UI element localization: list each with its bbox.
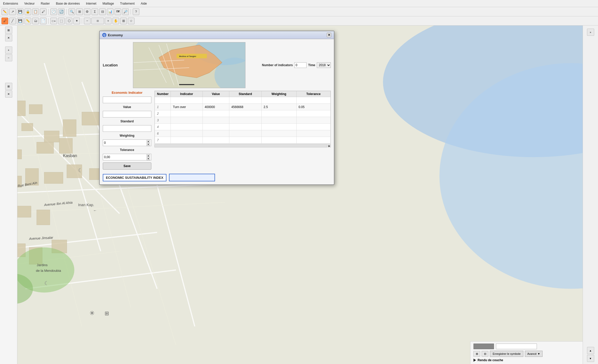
- indicator-name-input[interactable]: [103, 97, 151, 103]
- cell-tolerance: [296, 130, 330, 137]
- left-btn-1[interactable]: ⊞: [5, 27, 12, 34]
- zoom-out[interactable]: −: [84, 18, 91, 24]
- toolbar-2: 🖊 ╱ 💾 📏 🗂 📄 ◻·▸ ⬚ ⬡ ✦ − ⊟ + ✋ ⊞ ☆: [0, 16, 598, 26]
- weighting-spinner-container: 0 ▲ ▼: [103, 139, 151, 146]
- map-tool[interactable]: 🗺: [115, 8, 121, 15]
- pointer-tool[interactable]: ✏️: [2, 8, 8, 15]
- menu-vecteur[interactable]: Vecteur: [23, 1, 36, 6]
- right-btn-1[interactable]: »: [587, 29, 594, 36]
- menu-base-donnees[interactable]: Base de données: [55, 1, 81, 6]
- color-swatch[interactable]: [473, 344, 494, 349]
- col-indicator: Indicator: [171, 91, 202, 97]
- symbol-text-input[interactable]: [496, 344, 537, 349]
- sigma-tool[interactable]: Σ: [92, 8, 98, 15]
- refresh-tool[interactable]: 🔄: [58, 8, 65, 15]
- weighting-down[interactable]: ▼: [146, 143, 150, 146]
- save-tool[interactable]: 💾: [17, 8, 24, 15]
- col-standard: Standard: [229, 91, 261, 97]
- menu-traitement[interactable]: Traitement: [119, 1, 136, 6]
- menu-internet[interactable]: Internet: [85, 1, 97, 6]
- sep2: [66, 9, 67, 15]
- esi-input[interactable]: [169, 174, 215, 181]
- tolerance-up[interactable]: ▲: [146, 154, 150, 157]
- value-label: Value: [103, 105, 151, 109]
- avance-chevron: ▼: [537, 352, 540, 355]
- table-row: 4: [155, 124, 331, 130]
- select-rect[interactable]: ⬚: [58, 18, 65, 24]
- lock-tool[interactable]: 🔒: [25, 8, 31, 15]
- standard-input[interactable]: [103, 125, 151, 132]
- table-scroll-container[interactable]: Number Indicator Value Standard Weightin…: [154, 91, 331, 144]
- clock-tool[interactable]: 🕐: [50, 8, 57, 15]
- standard-label: Standard: [103, 120, 151, 123]
- svg-rect-26: [17, 150, 22, 159]
- left-btn-5[interactable]: ⊞: [5, 83, 12, 90]
- table-hscroll[interactable]: [154, 144, 327, 147]
- form-tool[interactable]: 📄: [40, 18, 47, 24]
- gear-tool[interactable]: ⚙: [84, 8, 91, 15]
- help-tool[interactable]: ?: [133, 8, 139, 15]
- draw-tool[interactable]: 🖊: [2, 18, 8, 24]
- weighting-up[interactable]: ▲: [146, 140, 150, 143]
- scroll-right-btn[interactable]: ▶: [328, 144, 331, 147]
- search-tool[interactable]: 🔍: [69, 8, 75, 15]
- toolbar-1: ✏️ ↗ 💾 🔒 📋 🖊 🕐 🔄 🔍 ⊞ ⚙ Σ ⊟ 📊 🗺 🔎 ?: [0, 7, 598, 16]
- edit-tool[interactable]: 🖊: [40, 8, 47, 15]
- extent-tool[interactable]: ⊞: [120, 18, 127, 24]
- layer-tool[interactable]: 📋: [32, 8, 39, 15]
- cell-value: 400000: [202, 104, 229, 110]
- time-select[interactable]: 2018 2019 2020: [317, 62, 331, 68]
- zoom-tool[interactable]: 🔎: [122, 8, 129, 15]
- dialog-top-row: Location: [103, 42, 331, 88]
- weighting-label: Weighting: [103, 134, 151, 137]
- chart-tool[interactable]: 📊: [107, 8, 114, 15]
- grid-tool[interactable]: ⊞: [76, 8, 83, 15]
- table-body: 1Turn over40000045666682.50.0523467: [155, 97, 331, 144]
- left-btn-4[interactable]: −: [5, 54, 12, 61]
- floppy-tool[interactable]: 💾: [17, 18, 24, 24]
- avance-button[interactable]: Avancé ▼: [525, 351, 542, 357]
- cell-indicator: [171, 117, 202, 124]
- enregistrer-button[interactable]: Enregistrer le symbole: [490, 351, 523, 357]
- col-tolerance: Tolerance: [296, 91, 330, 97]
- zoom-in[interactable]: +: [105, 18, 111, 24]
- map-thumbnail: Medina of Tangier: [133, 42, 245, 88]
- identify-tool[interactable]: 🗂: [32, 18, 39, 24]
- zoom-full[interactable]: ◻·▸: [50, 18, 57, 24]
- left-btn-6[interactable]: ✕: [5, 90, 12, 98]
- menu-raster[interactable]: Raster: [40, 1, 51, 6]
- right-btn-scroll-down[interactable]: ▼: [587, 355, 594, 362]
- tolerance-down[interactable]: ▼: [146, 157, 150, 160]
- select-tool[interactable]: ↗: [9, 8, 16, 15]
- table-tool[interactable]: ⊟: [99, 8, 106, 15]
- bottom-row2: ⊞ ⊟ Enregistrer le symbole Avancé ▼: [473, 351, 595, 357]
- svg-rect-22: [44, 131, 59, 142]
- menu-aide[interactable]: Aide: [140, 1, 148, 6]
- save-button[interactable]: Save: [103, 162, 151, 170]
- select-freehand[interactable]: ✦: [73, 18, 80, 24]
- select-poly[interactable]: ⬡: [66, 18, 72, 24]
- cell-number: 7: [155, 137, 171, 144]
- map-background[interactable]: Rue Beni Aïn Avenue Ibn Al Ahia Avenue J…: [17, 26, 598, 364]
- left-btn-3[interactable]: +: [5, 46, 12, 54]
- measure-tool[interactable]: 📏: [25, 18, 31, 24]
- dialog-close-button[interactable]: ✕: [327, 33, 331, 37]
- menu-maillage[interactable]: Maillage: [101, 1, 115, 6]
- line-tool[interactable]: ╱: [9, 18, 16, 24]
- right-panel: » ▲ ▼: [583, 26, 598, 364]
- cell-standard: [229, 130, 261, 137]
- svg-rect-18: [17, 101, 25, 116]
- rendu-expand-btn[interactable]: [473, 359, 476, 362]
- svg-rect-33: [44, 172, 63, 183]
- menu-extensions[interactable]: Extensions: [2, 1, 19, 6]
- right-btn-scroll-up[interactable]: ▲: [587, 347, 594, 354]
- value-input[interactable]: [103, 111, 151, 118]
- weighting-arrows: ▲ ▼: [146, 140, 150, 146]
- dialog-body: Location: [100, 39, 334, 184]
- left-btn-2[interactable]: ✕: [5, 34, 12, 41]
- star-tool[interactable]: ☆: [128, 18, 134, 24]
- symbol-btn-1[interactable]: ⊞: [473, 351, 480, 357]
- symbol-btn-2[interactable]: ⊟: [482, 351, 488, 357]
- num-indicators-input[interactable]: [294, 62, 307, 68]
- pan-tool[interactable]: ✋: [112, 18, 119, 24]
